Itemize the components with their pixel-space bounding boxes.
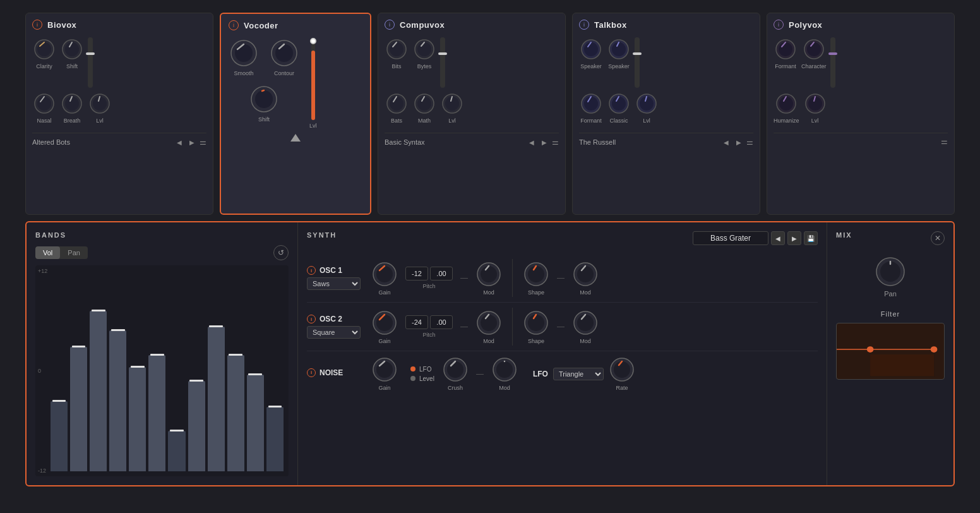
talkbox-lvl-knob[interactable]	[635, 92, 659, 116]
osc1-gain-knob[interactable]	[371, 261, 398, 287]
compuvox-lvl-knob[interactable]	[440, 92, 464, 116]
vocoder-contour-knob[interactable]	[269, 38, 299, 68]
compuvox-settings-icon[interactable]: ⚌	[552, 138, 559, 147]
lfo-waveform-select[interactable]: TriangleSineSquareSawtooth	[553, 368, 604, 380]
talkbox-slider[interactable]	[635, 37, 640, 88]
osc1-pitch-coarse[interactable]: -12	[405, 267, 428, 281]
osc1-shape-knob[interactable]	[523, 261, 549, 287]
polyvox-settings-icon[interactable]: ⚌	[941, 137, 948, 146]
chart-bar-1[interactable]	[70, 270, 87, 471]
biovox-settings-icon[interactable]: ⚌	[200, 138, 206, 147]
talkbox-info-icon[interactable]: i	[579, 20, 589, 30]
osc2-pitch-coarse[interactable]: -24	[405, 315, 428, 329]
bar-handle-8[interactable]	[209, 325, 223, 327]
synth-prev-btn[interactable]: ◀	[771, 231, 785, 245]
compuvox-bats-knob[interactable]	[385, 92, 409, 116]
filter-display[interactable]	[836, 323, 945, 380]
polyvox-slider[interactable]	[830, 37, 835, 88]
lfo-rate-knob[interactable]	[609, 356, 635, 383]
osc2-pitch-fine[interactable]: .00	[430, 315, 453, 329]
biovox-lvl-knob[interactable]	[88, 92, 112, 116]
osc2-mod2-knob[interactable]	[572, 310, 599, 336]
talkbox-speaker2-knob[interactable]	[607, 37, 631, 61]
osc2-mod-knob[interactable]	[475, 310, 502, 336]
bar-handle-3[interactable]	[111, 329, 125, 331]
bar-handle-6[interactable]	[170, 430, 184, 432]
polyvox-formant-knob[interactable]	[774, 37, 798, 61]
polyvox-lvl-knob[interactable]	[803, 92, 827, 116]
chart-bar-2[interactable]	[90, 270, 107, 471]
bar-handle-0[interactable]	[52, 400, 66, 402]
noise-gain-knob[interactable]	[371, 356, 398, 383]
chart-bar-10[interactable]	[247, 270, 264, 471]
compuvox-bits-knob[interactable]	[385, 37, 409, 61]
biovox-info-icon[interactable]: i	[32, 20, 42, 30]
chart-bar-5[interactable]	[148, 270, 165, 471]
vocoder-lvl-slider[interactable]	[311, 38, 315, 120]
synth-save-btn[interactable]: 💾	[804, 231, 818, 245]
biovox-shift-knob[interactable]	[60, 37, 84, 61]
osc2-gain-knob[interactable]	[371, 310, 398, 336]
osc1-enable-btn[interactable]: i	[307, 266, 316, 275]
compuvox-math-knob[interactable]	[412, 92, 436, 116]
vocoder-contour-group: Contour	[269, 38, 299, 76]
chart-bar-0[interactable]	[51, 270, 68, 471]
bands-vol-tab[interactable]: Vol	[35, 246, 60, 259]
chart-bar-6[interactable]	[168, 270, 185, 471]
compuvox-prev-btn[interactable]: ◀	[527, 137, 537, 147]
biovox-breath-knob[interactable]	[60, 92, 84, 116]
talkbox-prev-btn[interactable]: ◀	[721, 137, 731, 147]
synth-next-btn[interactable]: ▶	[787, 231, 801, 245]
noise-mod-knob[interactable]	[491, 356, 518, 383]
chart-bar-3[interactable]	[109, 270, 126, 471]
bar-handle-7[interactable]	[189, 380, 203, 382]
osc2-waveform-select[interactable]: SquareSawsSineTriangle	[307, 326, 361, 339]
filter-point-high[interactable]	[931, 346, 938, 353]
vocoder-info-icon[interactable]: i	[229, 20, 239, 30]
talkbox-speaker1-knob[interactable]	[579, 37, 603, 61]
osc1-pitch-fine[interactable]: .00	[430, 267, 453, 281]
chart-bar-4[interactable]	[129, 270, 146, 471]
talkbox-next-btn[interactable]: ▶	[734, 137, 744, 147]
biovox-nasal-knob[interactable]	[32, 92, 56, 116]
vocoder-shift-knob[interactable]	[249, 84, 279, 114]
bar-handle-10[interactable]	[248, 373, 262, 375]
bar-handle-11[interactable]	[268, 406, 282, 407]
osc2-enable-btn[interactable]: i	[307, 315, 316, 323]
biovox-clarity-knob[interactable]	[32, 37, 56, 61]
noise-enable-btn[interactable]: i	[307, 368, 316, 377]
filter-point-low[interactable]	[867, 346, 874, 353]
osc2-shape-knob[interactable]	[523, 310, 549, 336]
bar-handle-9[interactable]	[229, 354, 242, 356]
bar-handle-2[interactable]	[92, 310, 105, 311]
talkbox-formant-knob[interactable]	[579, 92, 603, 116]
biovox-prev-btn[interactable]: ◀	[174, 137, 184, 147]
compuvox-next-btn[interactable]: ▶	[539, 137, 549, 147]
talkbox-settings-icon[interactable]: ⚌	[746, 138, 753, 147]
bar-handle-1[interactable]	[72, 346, 86, 347]
compuvox-slider[interactable]	[440, 37, 445, 88]
polyvox-character-knob[interactable]	[802, 37, 826, 61]
bands-reset-btn[interactable]: ↺	[273, 245, 289, 260]
biovox-slider[interactable]	[88, 37, 93, 88]
biovox-next-btn[interactable]: ▶	[187, 137, 197, 147]
chart-bar-8[interactable]	[208, 270, 225, 471]
osc1-mod2-knob[interactable]	[572, 261, 599, 287]
polyvox-humanize-knob[interactable]	[774, 92, 798, 116]
osc1-mod-knob[interactable]	[475, 261, 502, 287]
osc1-waveform-select[interactable]: SawsSineSquareTriangle	[307, 277, 361, 290]
bands-pan-tab[interactable]: Pan	[60, 246, 88, 259]
bar-handle-4[interactable]	[131, 366, 145, 368]
chart-bar-9[interactable]	[227, 270, 244, 471]
noise-crush-knob[interactable]	[442, 356, 469, 383]
vocoder-smooth-knob[interactable]	[229, 38, 259, 68]
chart-bar-11[interactable]	[266, 270, 284, 471]
bar-handle-5[interactable]	[150, 354, 164, 356]
talkbox-classic-knob[interactable]	[607, 92, 631, 116]
polyvox-info-icon[interactable]: i	[774, 20, 784, 30]
mix-pan-knob[interactable]	[874, 255, 907, 288]
compuvox-bytes-knob[interactable]	[412, 37, 436, 61]
chart-bar-7[interactable]	[188, 270, 205, 471]
mix-close-btn[interactable]: ✕	[931, 231, 945, 245]
compuvox-info-icon[interactable]: i	[385, 20, 395, 30]
